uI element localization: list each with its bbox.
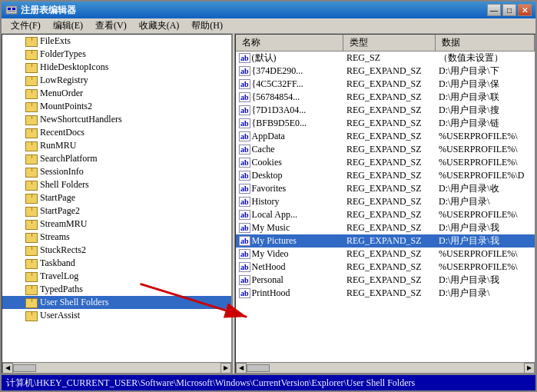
registry-cell-name: abMy Pictures <box>236 234 343 247</box>
tree-item[interactable]: LowRegistry <box>2 74 231 87</box>
close-button[interactable]: ✕ <box>518 4 532 16</box>
registry-row[interactable]: ab{BFB9D5E0...REG_EXPAND_SZD:\用户目录\链 <box>236 117 535 130</box>
registry-hscroll-thumb[interactable] <box>247 364 270 372</box>
registry-name-text: {374DE290... <box>252 65 303 77</box>
tree-item[interactable]: MenuOrder <box>2 87 231 100</box>
col-header-data[interactable]: 数据 <box>436 35 535 51</box>
folder-icon <box>25 219 38 230</box>
registry-row[interactable]: ab(默认)REG_SZ（数值未设置） <box>236 51 535 65</box>
registry-row[interactable]: abNetHoodREG_EXPAND_SZ%USERPROFILE%\ <box>236 261 535 274</box>
maximize-button[interactable]: □ <box>502 4 516 16</box>
registry-row[interactable]: abCookiesREG_EXPAND_SZ%USERPROFILE%\ <box>236 156 535 169</box>
registry-cell-name: abCache <box>236 143 343 156</box>
registry-cell-name: abAppData <box>236 130 343 143</box>
tree-item[interactable]: TypedPaths <box>2 283 231 296</box>
tree-item[interactable]: Shell Folders <box>2 178 231 191</box>
registry-row[interactable]: abFavoritesREG_EXPAND_SZD:\用户目录\收 <box>236 182 535 195</box>
registry-cell-name: abHistory <box>236 195 343 208</box>
tree-item[interactable]: RunMRU <box>2 139 231 152</box>
ab-icon: ab <box>239 145 250 154</box>
tree-item-label: StartPage2 <box>40 205 80 217</box>
registry-row[interactable]: abLocal App...REG_EXPAND_SZ%USERPROFILE%… <box>236 208 535 221</box>
menu-edit[interactable]: 编辑(E) <box>47 18 89 34</box>
registry-name-text: {BFB9D5E0... <box>252 118 307 129</box>
status-path: 计算机\HKEY_CURRENT_USER\Software\Microsoft… <box>6 377 415 390</box>
registry-scroll-left[interactable]: ◀ <box>236 363 247 374</box>
tree-item[interactable]: MountPoints2 <box>2 100 231 113</box>
folder-icon <box>25 284 38 295</box>
menu-favorites[interactable]: 收藏夹(A) <box>133 18 186 34</box>
tree-item[interactable]: TravelLog <box>2 270 231 283</box>
tree-item[interactable]: RecentDocs <box>2 126 231 139</box>
registry-row[interactable]: abHistoryREG_EXPAND_SZD:\用户目录\ <box>236 195 535 208</box>
title-buttons: — □ ✕ <box>487 4 532 16</box>
tree-scroll[interactable]: FileExtsFolderTypesHideDesktopIconsLowRe… <box>2 35 231 362</box>
tree-item[interactable]: StuckRects2 <box>2 244 231 257</box>
tree-item[interactable]: SearchPlatform <box>2 152 231 165</box>
registry-cell-name: abPersonal <box>236 274 343 287</box>
registry-row[interactable]: abDesktopREG_EXPAND_SZ%USERPROFILE%\D <box>236 169 535 182</box>
minimize-button[interactable]: — <box>487 4 501 16</box>
registry-scroll-right[interactable]: ▶ <box>524 363 535 374</box>
tree-item[interactable]: FileExts <box>2 35 231 48</box>
registry-row[interactable]: ab{374DE290...REG_EXPAND_SZD:\用户目录\下 <box>236 65 535 78</box>
registry-cell-type: REG_EXPAND_SZ <box>343 195 436 208</box>
tree-item[interactable]: HideDesktopIcons <box>2 61 231 74</box>
tree-scroll-left[interactable]: ◀ <box>2 363 13 374</box>
menu-bar: 文件(F) 编辑(E) 查看(V) 收藏夹(A) 帮助(H) <box>2 18 535 34</box>
registry-scroll[interactable]: ab(默认)REG_SZ（数值未设置）ab{374DE290...REG_EXP… <box>236 51 535 362</box>
col-header-name[interactable]: 名称 <box>236 35 343 51</box>
registry-cell-name: abNetHood <box>236 261 343 274</box>
tree-item[interactable]: StreamMRU <box>2 218 231 231</box>
tree-item[interactable]: SessionInfo <box>2 165 231 178</box>
menu-view[interactable]: 查看(V) <box>89 18 133 34</box>
ab-icon: ab <box>239 210 250 220</box>
registry-name-text: Favorites <box>252 183 287 194</box>
tree-item[interactable]: FolderTypes <box>2 48 231 61</box>
tree-item[interactable]: Taskband <box>2 257 231 270</box>
tree-hscroll-track[interactable] <box>13 364 220 372</box>
folder-icon <box>25 180 38 191</box>
registry-cell-name: ab{7D1D3A04... <box>236 104 343 117</box>
registry-row[interactable]: abCacheREG_EXPAND_SZ%USERPROFILE%\ <box>236 143 535 156</box>
registry-row[interactable]: abAppDataREG_EXPAND_SZ%USERPROFILE%\ <box>236 130 535 143</box>
menu-file[interactable]: 文件(F) <box>5 18 47 34</box>
tree-item[interactable]: NewShortcutHandlers <box>2 113 231 126</box>
registry-hscroll-track[interactable] <box>247 364 524 372</box>
tree-hscrollbar[interactable]: ◀ ▶ <box>2 362 231 373</box>
ab-icon: ab <box>239 223 250 233</box>
folder-icon <box>25 167 38 178</box>
registry-row[interactable]: ab{4C5C32FF...REG_EXPAND_SZD:\用户目录\保 <box>236 78 535 91</box>
registry-cell-data: D:\用户目录\ <box>436 286 535 301</box>
registry-row[interactable]: abMy PicturesREG_EXPAND_SZD:\用户目录\我 <box>236 234 535 247</box>
registry-cell-data: %USERPROFILE%\D <box>436 169 535 182</box>
registry-cell-data: %USERPROFILE%\ <box>436 156 535 169</box>
tree-scroll-right[interactable]: ▶ <box>220 363 231 374</box>
tree-item[interactable]: Streams <box>2 231 231 244</box>
tree-hscroll-thumb[interactable] <box>13 364 36 372</box>
menu-help[interactable]: 帮助(H) <box>185 18 229 34</box>
ab-icon: ab <box>239 92 250 102</box>
tree-item[interactable]: User Shell Folders <box>2 296 231 309</box>
tree-item-label: SearchPlatform <box>40 153 98 164</box>
registry-row[interactable]: abPersonalREG_EXPAND_SZD:\用户目录\我 <box>236 274 535 287</box>
registry-cell-name: ab{4C5C32FF... <box>236 78 343 91</box>
folder-icon <box>25 36 38 47</box>
folder-icon <box>25 297 38 308</box>
tree-item[interactable]: StartPage <box>2 191 231 204</box>
registry-row[interactable]: abPrintHoodREG_EXPAND_SZD:\用户目录\ <box>236 287 535 300</box>
registry-row[interactable]: abMy MusicREG_EXPAND_SZD:\用户目录\我 <box>236 221 535 234</box>
registry-hscrollbar[interactable]: ◀ ▶ <box>236 362 535 373</box>
registry-cell-type: REG_SZ <box>343 51 436 65</box>
tree-item[interactable]: UserAssist <box>2 309 231 322</box>
svg-rect-1 <box>8 8 11 10</box>
tree-item-label: SessionInfo <box>40 166 84 178</box>
ab-icon: ab <box>239 158 250 168</box>
registry-row[interactable]: abMy VideoREG_EXPAND_SZ%USERPROFILE%\ <box>236 247 535 261</box>
registry-row[interactable]: ab{7D1D3A04...REG_EXPAND_SZD:\用户目录\搜 <box>236 104 535 117</box>
col-header-type[interactable]: 类型 <box>343 35 436 51</box>
registry-row[interactable]: ab{56784854...REG_EXPAND_SZD:\用户目录\联 <box>236 91 535 104</box>
tree-item[interactable]: StartPage2 <box>2 204 231 218</box>
folder-icon <box>25 49 38 60</box>
tree-item-label: MountPoints2 <box>40 101 92 112</box>
